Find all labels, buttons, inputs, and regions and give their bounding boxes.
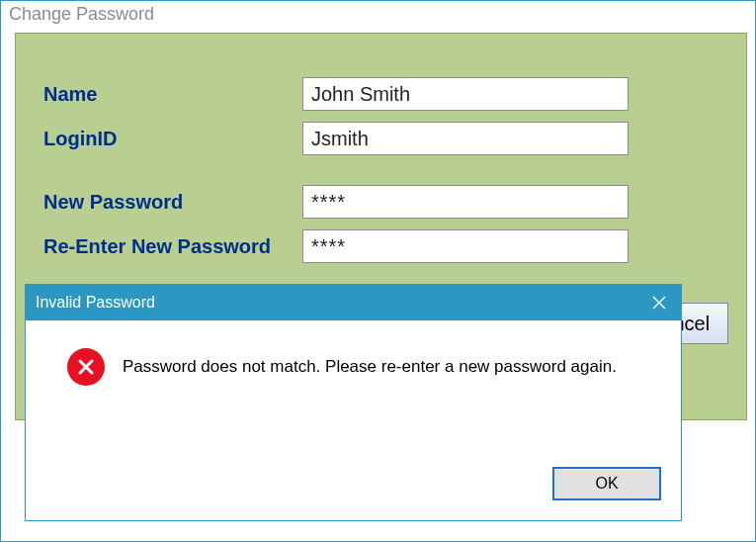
row-reenter: Re-Enter New Password (43, 229, 718, 263)
label-loginid: LoginID (43, 128, 302, 150)
reenter-input[interactable] (302, 229, 629, 263)
dialog-titlebar: Invalid Password (26, 285, 681, 320)
invalid-password-dialog: Invalid Password Password does not match… (25, 284, 682, 521)
dialog-ok-button[interactable]: OK (552, 467, 661, 500)
loginid-input[interactable] (302, 122, 629, 155)
dialog-body: Password does not match. Please re-enter… (26, 320, 681, 413)
window-title: Change Password (1, 1, 755, 28)
close-icon[interactable] (647, 291, 671, 315)
form: Name LoginID New Password Re-Enter New P… (16, 34, 746, 263)
row-newpassword: New Password (43, 185, 718, 219)
label-newpassword: New Password (43, 191, 302, 214)
row-name: Name (43, 77, 718, 111)
label-name: Name (43, 83, 302, 106)
change-password-window: Change Password Name LoginID New Passwor… (0, 0, 756, 542)
dialog-message: Password does not match. Please re-enter… (123, 357, 617, 377)
dialog-buttons: OK (552, 467, 661, 500)
row-loginid: LoginID (43, 122, 718, 155)
name-input[interactable] (302, 77, 629, 111)
newpassword-input[interactable] (302, 185, 629, 219)
dialog-title: Invalid Password (36, 294, 155, 312)
error-icon (67, 348, 105, 386)
label-reenter: Re-Enter New Password (43, 235, 302, 258)
